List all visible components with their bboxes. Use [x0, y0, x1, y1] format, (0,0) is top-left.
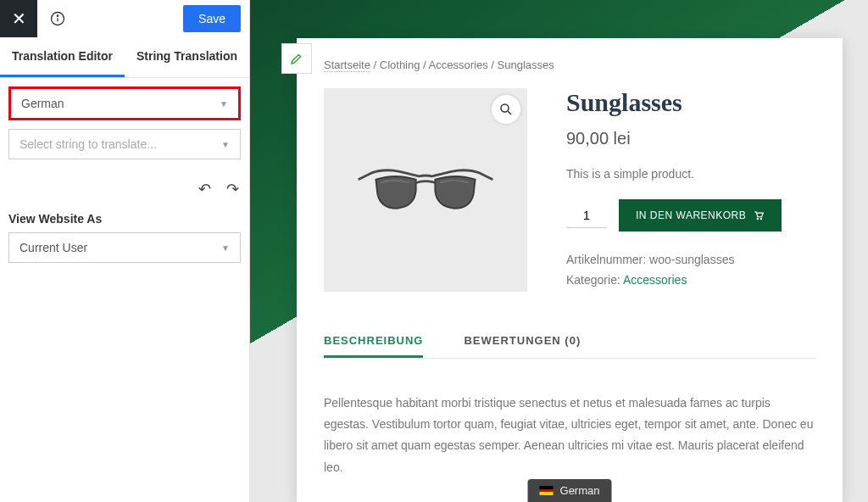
tab-string-translation[interactable]: String Translation: [125, 37, 249, 77]
tab-reviews[interactable]: BEWERTUNGEN (0): [464, 326, 581, 358]
breadcrumb-item: Sunglasses: [498, 59, 554, 71]
sku-value: woo-sunglasses: [649, 253, 734, 266]
breadcrumb-item: Accessories: [429, 59, 488, 71]
chevron-down-icon: ▼: [221, 243, 230, 253]
breadcrumb: Startseite / Clothing / Accessories / Su…: [324, 59, 815, 71]
preview-pane: Startseite / Clothing / Accessories / Su…: [250, 0, 868, 502]
product-long-desc: Pellentesque habitant morbi tristique se…: [324, 393, 815, 478]
pencil-icon: [289, 51, 304, 66]
add-to-cart-label: IN DEN WARENKORB: [636, 209, 746, 221]
chevron-down-icon: ▼: [220, 99, 228, 109]
save-button[interactable]: Save: [183, 5, 241, 32]
product-short-desc: This is a simple product.: [566, 167, 815, 181]
language-switcher-label: German: [560, 484, 600, 497]
tab-translation-editor[interactable]: Translation Editor: [0, 37, 125, 77]
zoom-button[interactable]: [492, 95, 520, 124]
product-title: Sunglasses: [566, 88, 815, 117]
tab-description[interactable]: BESCHREIBUNG: [324, 326, 423, 358]
category-link[interactable]: Accessories: [623, 273, 687, 287]
string-select[interactable]: Select string to translate... ▼: [8, 129, 241, 159]
info-icon: [49, 10, 66, 27]
edit-page-button[interactable]: [281, 43, 312, 74]
flag-de-icon: [540, 486, 554, 495]
search-icon: [498, 102, 514, 117]
language-select-value: German: [21, 97, 64, 110]
string-select-placeholder: Select string to translate...: [19, 137, 157, 151]
add-to-cart-button[interactable]: IN DEN WARENKORB: [619, 199, 782, 231]
svg-line-4: [508, 111, 511, 114]
chevron-down-icon: ▼: [221, 140, 230, 149]
svg-point-2: [57, 15, 58, 16]
svg-point-6: [760, 218, 761, 219]
info-button[interactable]: [42, 0, 74, 37]
undo-button[interactable]: ↶: [198, 180, 211, 198]
sku-label: Artikelnummer:: [566, 253, 649, 266]
svg-point-3: [501, 104, 509, 112]
language-select[interactable]: German ▼: [8, 86, 241, 120]
quantity-input[interactable]: [566, 203, 607, 228]
close-icon: ✕: [12, 8, 26, 29]
breadcrumb-item: Clothing: [380, 59, 420, 71]
svg-point-5: [757, 218, 758, 219]
sunglasses-icon: [353, 148, 498, 232]
category-label: Kategorie:: [566, 273, 623, 287]
redo-button[interactable]: ↷: [226, 180, 239, 198]
close-button[interactable]: ✕: [0, 0, 37, 37]
cart-icon: [753, 209, 765, 221]
view-as-select[interactable]: Current User ▼: [8, 232, 241, 263]
breadcrumb-home[interactable]: Startseite: [324, 59, 370, 72]
language-switcher[interactable]: German: [528, 479, 612, 502]
view-as-label: View Website As: [0, 209, 249, 232]
view-as-value: Current User: [19, 241, 87, 254]
product-price: 90,00 lei: [566, 129, 815, 148]
